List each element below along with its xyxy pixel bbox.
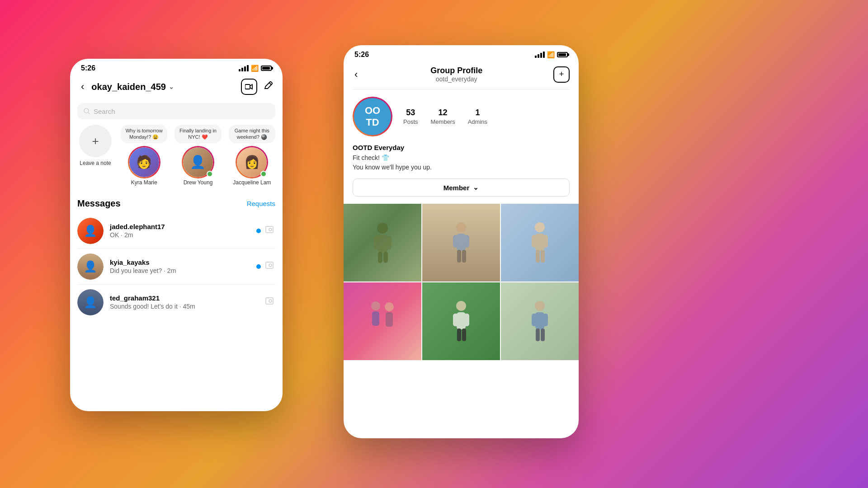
status-icons-right: 📶 [535,51,568,58]
requests-link[interactable]: Requests [247,200,275,207]
kyia-camera-icon[interactable] [265,261,275,272]
group-name: OOTD Everyday [353,144,570,151]
svg-rect-32 [457,328,461,341]
kyia-preview: Did you leave yet? · 2m [110,267,250,274]
admins-count: 1 [475,108,480,117]
battery-icon-right [557,52,568,57]
dropdown-chevron[interactable]: ⌄ [169,83,174,90]
jacqueline-name: Jacqueline Lam [233,179,271,186]
status-icons-left: 📶 [239,65,272,72]
svg-rect-36 [532,314,537,326]
battery-icon [261,66,272,71]
right-phone: 5:26 📶 ‹ Group Profile ootd_everyday + O… [344,45,579,438]
back-button-left[interactable]: ‹ [79,79,86,94]
signal-icon-right [535,52,545,58]
jacqueline-note: Game night this weekend? 🎱 [229,125,275,143]
message-item-jaded[interactable]: 👤 jaded.elephant17 OK · 2m [77,213,275,249]
svg-point-28 [456,301,466,311]
jaded-actions [256,225,275,236]
compose-button[interactable] [264,81,274,93]
jaded-preview: OK · 2m [110,231,250,239]
group-bio: OOTD Everyday Fit check! 👕You know we'll… [344,144,579,178]
nav-title-left: okay_kaiden_459 ⌄ [91,82,236,92]
svg-rect-9 [385,236,392,249]
ted-info: ted_graham321 Sounds good! Let's do it ·… [110,294,259,310]
messages-header: Messages Requests [77,193,275,213]
svg-rect-0 [245,84,250,89]
photo-grid [344,204,579,360]
photo-cell-5[interactable] [422,282,500,360]
drew-note: Finally landing in NYC! ❤️ [175,125,221,143]
svg-rect-11 [383,252,388,263]
svg-rect-23 [541,250,545,263]
svg-rect-21 [542,235,548,248]
group-profile-title: Group Profile [430,66,482,75]
svg-rect-15 [464,235,469,248]
add-to-group-button[interactable]: + [553,66,570,83]
ted-preview: Sounds good! Let's do it · 45m [110,303,259,310]
members-count: 12 [439,108,448,117]
drew-online-indicator [207,171,213,177]
message-item-kyia[interactable]: 👤 kyia_kayaks Did you leave yet? · 2m [77,249,275,284]
stories-row: + Leave a note Why is tomorrow Monday!? … [77,125,275,189]
group-info: OOTD 53 Posts 12 Members 1 Admins [344,89,579,144]
wifi-icon: 📶 [251,65,259,72]
jacqueline-online-indicator [260,171,267,177]
chat-title: okay_kaiden_459 [91,82,166,92]
kyra-name: Kyra Marie [131,179,157,186]
nav-actions-left [241,79,274,95]
member-button[interactable]: Member ⌄ [353,178,570,197]
group-stats: 53 Posts 12 Members 1 Admins [403,108,487,125]
svg-rect-27 [386,312,393,327]
jaded-avatar: 👤 [77,218,104,244]
svg-rect-31 [464,314,469,326]
story-jacqueline[interactable]: Game night this weekend? 🎱 👩 Jacqueline … [229,125,275,186]
video-call-button[interactable] [241,79,257,95]
svg-rect-39 [541,328,545,341]
ted-username: ted_graham321 [110,294,259,302]
stories-section: + Leave a note Why is tomorrow Monday!? … [70,121,283,193]
story-drew[interactable]: Finally landing in NYC! ❤️ 👤 Drew Young [175,125,221,186]
add-note-button[interactable]: + [79,125,112,157]
ted-avatar: 👤 [77,289,104,315]
back-button-right[interactable]: ‹ [353,67,359,82]
group-profile-subtitle: ootd_everyday [430,75,482,83]
signal-icon [239,65,249,71]
drew-avatar-wrap: 👤 [182,146,214,178]
svg-rect-10 [378,252,382,263]
svg-rect-25 [372,311,379,326]
svg-rect-38 [536,328,540,341]
photo-cell-3[interactable] [501,204,579,282]
search-placeholder: Search [94,108,115,115]
svg-rect-30 [453,314,458,326]
members-label: Members [431,118,455,125]
leave-note-story[interactable]: + Leave a note [77,125,113,166]
group-description: Fit check! 👕You know we'll hype you up. [353,153,570,172]
kyra-avatar-wrap: 🧑 [128,146,160,178]
photo-cell-2[interactable] [422,204,500,282]
jacqueline-avatar-wrap: 👩 [236,146,268,178]
photo-cell-4[interactable] [344,282,421,360]
svg-line-2 [88,113,90,114]
group-avatar-text: OOTD [365,105,380,129]
photo-cell-6[interactable] [501,282,579,360]
svg-rect-20 [532,235,537,248]
svg-rect-16 [457,250,461,263]
svg-rect-37 [542,314,548,326]
status-bar-right: 5:26 📶 [344,45,579,61]
svg-point-1 [84,108,89,113]
kyra-note: Why is tomorrow Monday!? 😩 [121,125,167,143]
message-item-ted[interactable]: 👤 ted_graham321 Sounds good! Let's do it… [77,285,275,320]
ted-camera-icon[interactable] [265,297,275,307]
stat-posts: 53 Posts [403,108,418,125]
svg-rect-17 [462,250,466,263]
jaded-camera-icon[interactable] [265,225,275,236]
photo-cell-1[interactable] [344,204,421,282]
kyia-info: kyia_kayaks Did you leave yet? · 2m [110,258,250,274]
kyia-username: kyia_kayaks [110,258,250,266]
kyia-actions [256,261,275,272]
search-bar[interactable]: Search [77,103,275,119]
story-kyra[interactable]: Why is tomorrow Monday!? 😩 🧑 Kyra Marie [121,125,167,186]
wifi-icon-right: 📶 [547,51,555,58]
drew-name: Drew Young [184,179,213,186]
